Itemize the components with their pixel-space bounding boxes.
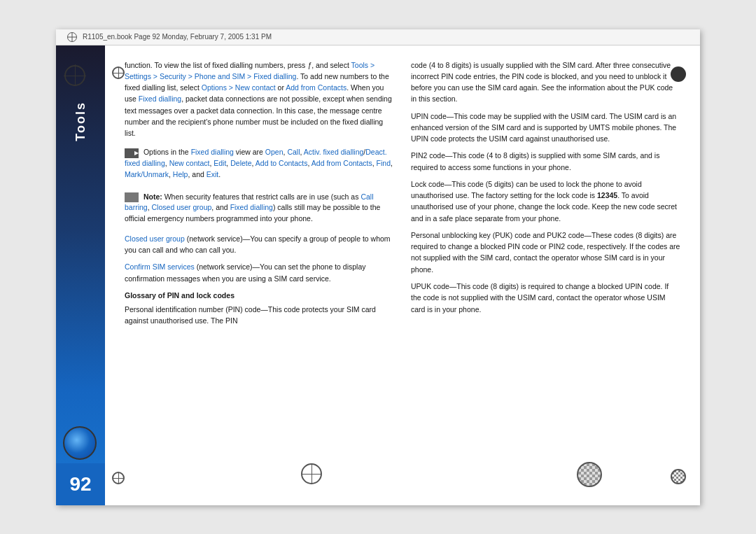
corner-bottom-left-icon [112, 472, 125, 484]
left-column: function. To view the list of fixed dial… [125, 59, 394, 491]
paragraph-fixed-dialling: function. To view the list of fixed dial… [125, 59, 394, 139]
link-edit: Edit [214, 159, 226, 167]
paragraph-pin-intro: Personal identification number (PIN) cod… [125, 304, 394, 327]
lock-code-value: 12345 [597, 191, 617, 199]
paragraph-upuk: UPUK code—This code (8 digits) is requir… [411, 281, 680, 315]
note-label: Note: [144, 192, 162, 201]
book-page: R1105_en.book Page 92 Monday, February 7… [56, 29, 700, 505]
text-content: function. To view the list of fixed dial… [105, 45, 700, 505]
link-closed-user-group-note: Closed user group [152, 203, 212, 211]
link-fixed-dialling-view: Fixed dialling [191, 148, 234, 156]
link-options-new-contact: Options > New contact [202, 83, 276, 92]
link-open: Open [265, 148, 284, 156]
link-confirm-sim: Confirm SIM services [125, 262, 195, 271]
link-fixed-dialling-note: Fixed dialling [230, 203, 273, 211]
content-area: Tools 92 function. To view the list of f… [56, 45, 700, 505]
paragraph-confirm-sim: Confirm SIM services (network service)—Y… [125, 261, 394, 284]
paragraph-pin-code: code (4 to 8 digits) is usually supplied… [411, 59, 680, 105]
header-file-info: R1105_en.book Page 92 Monday, February 7… [83, 33, 272, 41]
page-number-box: 92 [56, 463, 105, 505]
paragraph-closed-user-group: Closed user group (network service)—You … [125, 233, 394, 256]
right-column: code (4 to 8 digits) is usually supplied… [411, 59, 680, 491]
paragraph-puk: Personal unblocking key (PUK) code and P… [411, 230, 680, 275]
sidebar-bottom-circle [63, 426, 97, 460]
link-new-contact: New contact [169, 159, 210, 167]
link-closed-user-group: Closed user group [125, 234, 185, 243]
link-delete: Delete [230, 159, 251, 167]
link-add-from-contacts: Add from Contacts [286, 83, 346, 92]
link-mark-unmark: Mark/Unmark [125, 170, 169, 178]
options-note-box: Options in the Fixed dialling view are O… [125, 144, 394, 183]
glossary-heading: Glossary of PIN and lock codes [125, 290, 394, 301]
security-note-box: Note: When security features that restri… [125, 189, 394, 227]
sidebar-label: Tools [74, 101, 88, 141]
link-find: Find [377, 159, 391, 167]
header-bar: R1105_en.book Page 92 Monday, February 7… [56, 29, 700, 45]
corner-top-right-icon [671, 66, 686, 82]
link-activ-fixed: Activ. fixed dialling [304, 148, 364, 156]
link-help: Help [173, 170, 188, 178]
header-crosshair-icon [67, 32, 77, 42]
page-number: 92 [69, 473, 91, 496]
top-left-crosshair-icon [64, 65, 85, 86]
corner-bottom-right-icon [671, 469, 686, 484]
left-sidebar: Tools 92 [56, 45, 105, 505]
paragraph-pin2: PIN2 code—This code (4 to 8 digits) is s… [411, 150, 680, 173]
bottom-center-left-icon [301, 463, 322, 484]
link-tools-settings: Tools > Settings > Security > Phone and … [125, 61, 374, 80]
link-fixed-dialling: Fixed dialling [139, 94, 181, 103]
link-call: Call [287, 148, 300, 156]
link-add-from-contacts2: Add from Contacts [312, 159, 372, 167]
paragraph-lock-code: Lock code—This code (5 digits) can be us… [411, 178, 680, 224]
corner-top-left-icon [112, 66, 125, 79]
link-add-to-contacts: Add to Contacts [255, 159, 308, 167]
note-bullet-icon [125, 192, 139, 202]
paragraph-upin: UPIN code—This code may be supplied with… [411, 111, 680, 145]
link-exit: Exit [206, 170, 219, 178]
bottom-center-right-icon [577, 462, 602, 487]
options-bullet-icon [125, 148, 139, 158]
